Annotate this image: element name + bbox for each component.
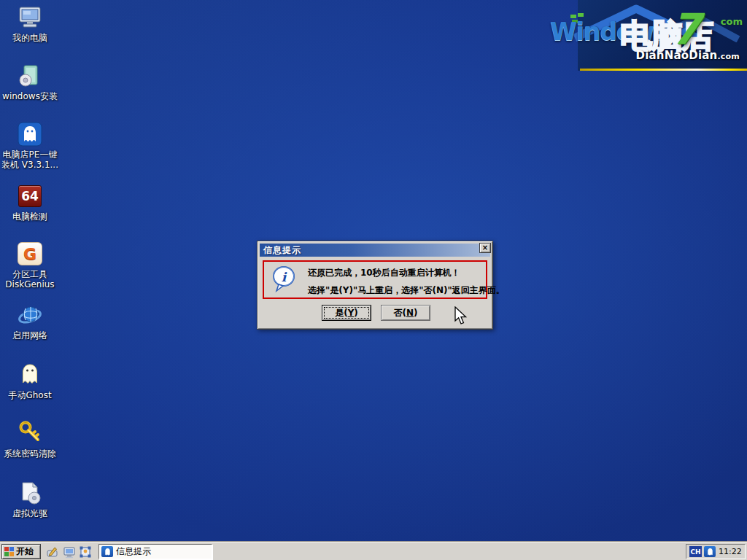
key-icon xyxy=(17,420,43,446)
taskbar-task-info-prompt[interactable]: 信息提示 xyxy=(98,544,212,559)
desktop-icon-label: windows安装 xyxy=(0,91,60,101)
desktop-icon-label: 虚拟光驱 xyxy=(0,508,60,518)
brand-seven-text: 7 xyxy=(671,4,700,54)
dialog-message-area: i 还原已完成，10秒后自动重启计算机！ 选择"是(Y)"马上重启，选择"否(N… xyxy=(263,260,487,299)
show-desktop-icon[interactable] xyxy=(45,545,59,559)
taskbar: 开始 信息提示 CH xyxy=(0,542,747,560)
start-button[interactable]: 开始 xyxy=(1,544,41,559)
network-globe-icon xyxy=(17,302,43,328)
info-icon: i xyxy=(271,265,298,297)
my-computer-icon xyxy=(17,4,43,31)
brand-com-text: com xyxy=(721,16,743,27)
task-label: 信息提示 xyxy=(116,545,151,558)
desktop-icon-diskgenius[interactable]: G 分区工具 DiskGenius xyxy=(0,241,60,289)
system-tray: CH 11:22 xyxy=(686,544,746,559)
close-icon[interactable]: × xyxy=(479,243,491,253)
desktop-icon-manual-ghost[interactable]: 手动Ghost xyxy=(0,362,60,400)
ghost-app-icon xyxy=(17,121,43,147)
mouse-cursor xyxy=(454,306,470,328)
desktop-icon-enable-network[interactable]: 启用网络 xyxy=(0,302,60,341)
diskgenius-icon: G xyxy=(17,241,43,267)
desktop-icon-my-computer[interactable]: 我的电脑 xyxy=(0,4,60,43)
yes-button[interactable]: 是(Y) xyxy=(322,305,371,321)
desktop-icon-label: 分区工具 xyxy=(0,269,60,279)
desktop-icon-label: 系统密码清除 xyxy=(0,448,60,459)
ghost-tray-icon[interactable] xyxy=(704,546,716,557)
test-64-icon: 64 xyxy=(17,183,43,209)
start-icon xyxy=(4,547,14,556)
virtual-drive-icon xyxy=(17,480,43,506)
desktop-icon-label: 手动Ghost xyxy=(0,390,60,400)
dialog-message-line2: 选择"是(Y)"马上重启，选择"否(N)"返回主界面。 xyxy=(308,284,505,297)
desktop-icon-virtual-cdrom[interactable]: 虚拟光驱 xyxy=(0,480,60,518)
desktop-icon-pe-one-key[interactable]: 电脑店PE一键 装机 V3.3.1... xyxy=(0,121,60,170)
brand-site-text: DianNaoDian.com xyxy=(636,49,740,62)
desktop-icon-label: 启用网络 xyxy=(0,330,60,341)
no-button[interactable]: 否(N) xyxy=(381,305,430,321)
desktop-icon-windows-install[interactable]: windows安装 xyxy=(0,63,60,101)
ghost-icon xyxy=(17,362,43,388)
dialog-titlebar[interactable]: 信息提示 xyxy=(260,244,490,257)
display-icon[interactable] xyxy=(62,545,76,559)
ghost-task-icon xyxy=(101,546,113,557)
dialog-title: 信息提示 xyxy=(263,244,301,257)
clock[interactable]: 11:22 xyxy=(719,547,742,556)
desktop-icon-label: 电脑店PE一键 xyxy=(0,149,60,160)
brand-logo: Windows 电脑店 7 com DianNaoDian.com xyxy=(578,0,747,71)
desktop-icon-label: 我的电脑 xyxy=(0,33,60,43)
ime-indicator[interactable]: CH xyxy=(689,546,702,557)
desktop-icon-computer-test[interactable]: 64 电脑检测 xyxy=(0,183,60,222)
start-label: 开始 xyxy=(16,545,34,558)
focus-rect xyxy=(324,307,369,319)
desktop: { "desktop": { "icons": [ { "name": "my-… xyxy=(0,0,747,560)
desktop-icon-label: 电脑检测 xyxy=(0,211,60,222)
desktop-icon-password-clear[interactable]: 系统密码清除 xyxy=(0,420,60,459)
desktop-icon-label-line2: 装机 V3.3.1... xyxy=(0,160,60,170)
installer-box-icon xyxy=(17,63,43,89)
desktop-icon-label-line2: DiskGenius xyxy=(0,279,60,289)
dialog-message-line1: 还原已完成，10秒后自动重启计算机！ xyxy=(308,267,460,279)
desktop-preview-icon[interactable] xyxy=(78,545,92,559)
